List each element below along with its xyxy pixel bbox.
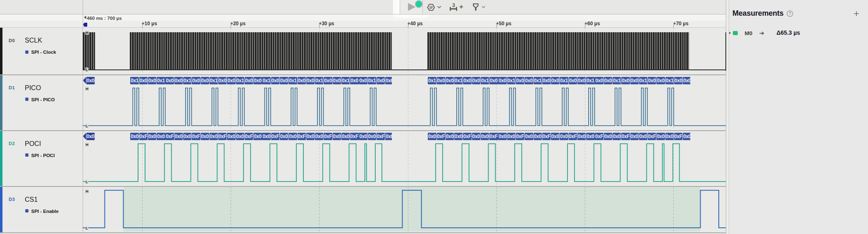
svg-text:?: ?: [789, 12, 791, 16]
